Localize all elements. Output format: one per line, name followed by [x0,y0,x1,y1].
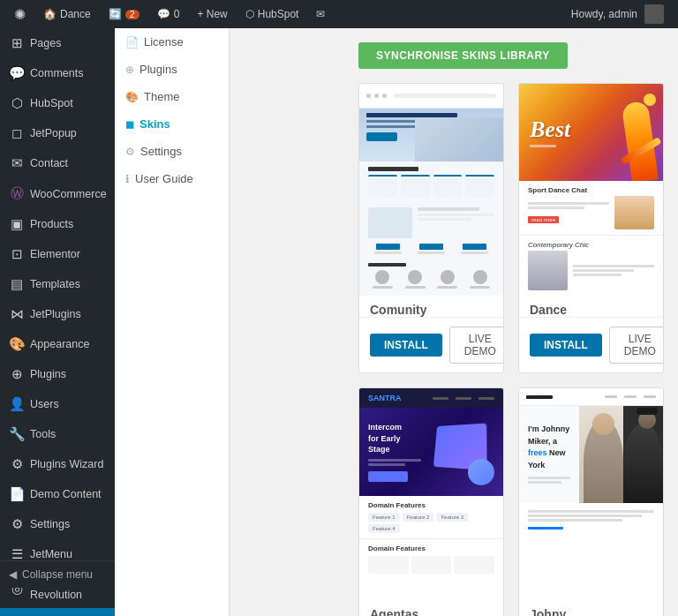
sidebar-item-plugins[interactable]: ⊕ Plugins [0,359,115,389]
updates-item[interactable]: 🔄 2 [102,0,147,28]
dance-install-button[interactable]: INSTALL [530,334,602,357]
sidebar-item-label: JetPlugins [30,308,81,320]
skin-card-comunity: Comunity INSTALL LIVE DEMO [358,83,504,373]
mail-icon: ✉ [316,8,325,20]
content-line [528,515,642,517]
johny-content [519,503,663,537]
name [470,286,490,289]
domain-item: Feature 1 [368,513,400,522]
dot1 [366,94,371,98]
dance-live-demo-button[interactable]: LIVE DEMO [609,327,664,364]
hubspot-icon: ⬡ [245,8,254,20]
hero-line [368,463,405,466]
sidebar-item-tools[interactable]: 🔧 Tools [0,419,115,449]
comunity-mock-header [359,84,503,109]
plugin-nav-plugins[interactable]: ⊕ Plugins [115,56,229,83]
sidebar-item-jetplugins[interactable]: ⋈ JetPlugins [0,299,115,329]
comunity-stats [359,244,503,258]
about-text [418,207,494,222]
johny-header [519,388,663,406]
sidebar-item-contact[interactable]: ✉ Contact [0,148,115,178]
team-title [368,263,406,267]
license-label: License [144,35,184,49]
theme-icon: 🎨 [125,91,139,103]
avatar [375,270,389,284]
sidebar-item-demo-content[interactable]: 📄 Demo Content [0,479,115,509]
nav-line [644,395,656,398]
sidebar-item-monstroid[interactable]: ⚙ Monstroid2 [0,608,115,616]
plugin-nav-skins[interactable]: ◼ Skins [115,110,229,138]
sidebar-item-label: Contact [30,157,68,169]
domain-card [411,556,452,574]
contact-icon: ✉ [9,155,25,171]
comunity-skin-name: Comunity [359,296,503,317]
person2-hat [637,408,658,415]
comunity-hero [359,109,503,162]
sidebar-item-comments[interactable]: 💬 Comments [0,58,115,88]
hubspot-item[interactable]: ⬡ HubSpot [238,0,306,28]
person [368,270,397,289]
sidebar-item-label: Products [30,218,73,230]
skin-card-johny: I'm Johnny Miker, afrees New York [518,387,664,616]
sidebar-item-products[interactable]: ▣ Products [0,209,115,239]
plugin-nav-theme[interactable]: 🎨 Theme [115,83,229,110]
jetpopup-icon: ◻ [9,125,25,141]
sidebar-item-settings[interactable]: ⚙ Settings [0,509,115,539]
agentas-nav [433,397,494,400]
johny-left: I'm Johnny Miker, afrees New York [519,406,579,503]
plugin-nav-license[interactable]: 📄 License [115,28,229,56]
stat-label [374,252,403,254]
content-line [528,510,654,513]
sidebar-item-elementor[interactable]: ⊡ Elementor [0,239,115,269]
dance-hero-text: Best [519,84,592,181]
sidebar-item-hubspot[interactable]: ⬡ HubSpot [0,88,115,118]
skins-content: SYNCHRONISE SKINS LIBRARY [344,28,678,616]
sidebar-item-label: Settings [30,518,70,530]
plugin-nav-user-guide[interactable]: ℹ User Guide [115,165,229,192]
name [373,286,393,289]
pages-icon: ⊞ [9,35,25,51]
main-wrapper: ⊞ Pages 💬 Comments ⬡ HubSpot ◻ JetPopup … [0,28,678,616]
plugin-subnav: 📄 License ⊕ Plugins 🎨 Theme ◼ Skins ⚙ Se… [115,28,230,616]
site-name-item[interactable]: 🏠 Dance [36,0,98,28]
templates-icon: ▤ [9,276,25,292]
howdy-item[interactable]: Howdy, admin [564,0,671,28]
comunity-team [359,258,503,294]
skin-preview-agentas: SANTRA Intercomfor Early Stag [359,388,503,600]
mail-icon-item[interactable]: ✉ [309,0,332,28]
name [405,286,426,289]
sport-content: read more [528,196,654,229]
plugin-nav-settings[interactable]: ⚙ Settings [115,138,229,165]
dance-sport-section: Sport Dance Chat read more [519,181,663,236]
sidebar-item-label: Appearance [30,338,89,350]
sidebar-item-jetpopup[interactable]: ◻ JetPopup [0,118,115,148]
agentas-3d-illustration [428,419,494,485]
contemporary-image [528,251,568,290]
dancer-area [592,84,663,181]
dance-preview-inner: Best [519,84,663,296]
wp-logo-item[interactable]: ✺ [7,0,33,28]
new-content-item[interactable]: + New [190,0,234,28]
dot2 [374,94,379,98]
sidebar-item-plugins-wizard[interactable]: ⚙ Plugins Wizard [0,449,115,479]
domain-features-section2: Domain Features [359,539,503,579]
comunity-live-demo-button[interactable]: LIVE DEMO [449,327,504,364]
skin-preview-comunity [359,84,503,296]
sync-skins-button[interactable]: SYNCHRONISE SKINS LIBRARY [358,42,568,69]
agentas-hero: Intercomfor Early Stage [359,408,503,496]
url-bar [394,94,496,98]
person [433,270,463,289]
sidebar-item-appearance[interactable]: 🎨 Appearance [0,329,115,359]
sidebar-item-pages[interactable]: ⊞ Pages [0,28,115,58]
sidebar-item-users[interactable]: 👤 Users [0,389,115,419]
johny-link-area [528,527,654,530]
collapse-menu-button[interactable]: ◀ Collapse menu [0,560,115,588]
sidebar-item-label: Templates [30,278,80,290]
sidebar-item-templates[interactable]: ▤ Templates [0,269,115,299]
domain-title2: Domain Features [368,545,494,552]
about-line [418,214,494,216]
comunity-install-button[interactable]: INSTALL [370,334,442,357]
comments-item[interactable]: 💬 0 [150,0,187,28]
sidebar-item-woocommerce[interactable]: Ⓦ WooCommerce [0,178,115,209]
skin-preview-dance: Best [519,84,663,296]
